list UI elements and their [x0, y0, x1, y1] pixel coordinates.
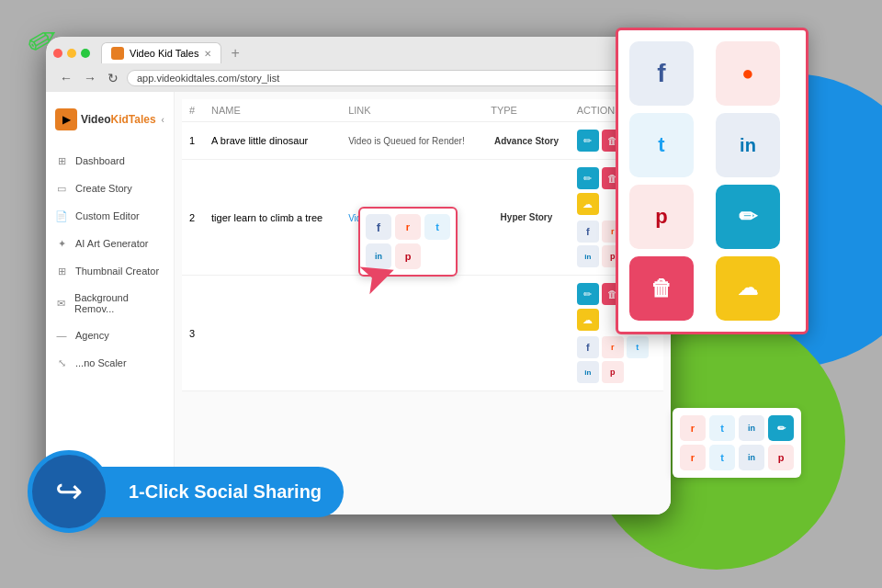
cta-icon: ↪: [55, 472, 83, 511]
sidebar-item-bg-remover[interactable]: ✉ Background Remov...: [46, 285, 174, 322]
col-name: NAME: [204, 99, 341, 122]
popup-twitter-button[interactable]: t: [424, 214, 450, 240]
row2-facebook-button[interactable]: f: [577, 220, 599, 243]
col-type: TYPE: [483, 99, 570, 122]
zoom-reddit-button[interactable]: ●: [716, 41, 780, 106]
extra-twitter-2[interactable]: t: [709, 445, 735, 470]
row2-edit-button[interactable]: ✏: [577, 167, 599, 189]
row2-name: tiger learn to climb a tree: [204, 160, 341, 276]
col-num: #: [182, 99, 204, 122]
row2-upload-button[interactable]: ☁: [577, 193, 599, 215]
sidebar-item-ai-art[interactable]: ✦ AI Art Generator: [46, 230, 174, 257]
row1-link: Video is Queued for Render!: [341, 122, 483, 160]
sidebar-item-create-story[interactable]: ▭ Create Story: [46, 175, 174, 202]
popup-facebook-button[interactable]: f: [366, 214, 391, 240]
minimize-traffic-light[interactable]: [67, 49, 76, 58]
zoom-twitter-button[interactable]: t: [629, 113, 694, 177]
sidebar-label-create-story: Create Story: [75, 183, 132, 194]
row3-type: [483, 276, 570, 391]
agency-icon: —: [55, 329, 68, 342]
create-story-icon: ▭: [55, 182, 68, 195]
sidebar-label-agency: Agency: [75, 330, 109, 341]
row3-pinterest-button[interactable]: p: [602, 361, 624, 383]
bg-remover-icon: ✉: [55, 297, 67, 310]
row1-type: Advance Story: [483, 122, 570, 160]
zoom-facebook-button[interactable]: f: [629, 41, 694, 106]
extra-edit-1[interactable]: ✏: [768, 415, 794, 441]
row3-name: [204, 276, 341, 391]
forward-button[interactable]: →: [81, 69, 99, 87]
row3-twitter-button[interactable]: t: [627, 336, 649, 358]
row1-num: 1: [182, 122, 204, 160]
table-row: 3 ✏ 🗑: [182, 276, 663, 391]
active-tab[interactable]: Video Kid Tales ✕: [101, 42, 221, 63]
dashboard-icon: ⊞: [55, 154, 68, 167]
cta-label[interactable]: 1-Click Social Sharing: [92, 467, 344, 517]
zoom-linkedin-button[interactable]: in: [716, 113, 780, 177]
sidebar-label-ai-art: AI Art Generator: [75, 238, 148, 249]
row3-linkedin-button[interactable]: in: [577, 361, 599, 383]
extra-pinterest-2[interactable]: p: [768, 445, 794, 470]
sidebar-label-scaler: ...no Scaler: [75, 357, 127, 368]
social-popup-zoom: f ● t in p ✏ 🗑 ☁: [616, 28, 808, 334]
back-button[interactable]: ←: [57, 69, 75, 87]
new-tab-button[interactable]: +: [225, 43, 244, 63]
extra-linkedin-2[interactable]: in: [739, 445, 764, 470]
tab-title: Video Kid Tales: [130, 48, 198, 59]
logo-icon: ▶: [55, 108, 77, 130]
scaler-icon: ⤡: [55, 356, 68, 369]
logo-area: ▶ VideoKidTales ‹: [46, 101, 174, 138]
ai-art-icon: ✦: [55, 237, 68, 250]
browser-mockup: Video Kid Tales ✕ + ← → ↻ app.videokidta…: [46, 37, 671, 514]
row2-num: 2: [182, 160, 204, 276]
cta-icon-circle[interactable]: ↪: [28, 450, 110, 533]
cta-banner: ↪ 1-Click Social Sharing: [28, 450, 344, 533]
extra-reddit-1[interactable]: r: [680, 415, 706, 441]
social-popup-zoom-grid: f ● t in p ✏ 🗑 ☁: [629, 41, 795, 321]
refresh-button[interactable]: ↻: [105, 69, 121, 87]
logo-tales: Tales: [129, 113, 156, 126]
extra-social-grid-top: r t in ✏: [680, 415, 794, 441]
table-row: 1 A brave little dinosaur Video is Queue…: [182, 122, 663, 160]
row3-facebook-button[interactable]: f: [577, 336, 599, 358]
col-link: LINK: [341, 99, 483, 122]
zoom-upload-button[interactable]: ☁: [716, 256, 780, 321]
thumbnail-icon: ⊞: [55, 265, 68, 277]
row3-num: 3: [182, 276, 204, 391]
sidebar-item-scaler[interactable]: ⤡ ...no Scaler: [46, 349, 174, 377]
row1-edit-button[interactable]: ✏: [577, 130, 599, 152]
zoom-delete-button[interactable]: 🗑: [629, 256, 694, 321]
tab-close-button[interactable]: ✕: [204, 49, 211, 59]
row3-link: [341, 276, 483, 391]
row2-linkedin-button[interactable]: in: [577, 245, 599, 267]
extra-social-grid-bottom: r t in p: [680, 445, 794, 470]
sidebar-item-agency[interactable]: — Agency: [46, 322, 174, 349]
maximize-traffic-light[interactable]: [81, 49, 90, 58]
zoom-pinterest-button[interactable]: p: [629, 185, 694, 249]
address-bar: ← → ↻ app.videokidtales.com/story_list: [53, 67, 663, 89]
url-input[interactable]: app.videokidtales.com/story_list: [127, 70, 660, 86]
sidebar-label-dashboard: Dashboard: [75, 155, 125, 166]
row2-type: Hyper Story: [483, 160, 570, 276]
sidebar-label-bg-remover: Background Remov...: [74, 292, 164, 314]
custom-editor-icon: 📄: [55, 209, 68, 222]
extra-reddit-2[interactable]: r: [680, 445, 706, 470]
row3-upload-button[interactable]: ☁: [577, 309, 599, 331]
row1-name: A brave little dinosaur: [204, 122, 341, 160]
logo-video: Video: [81, 113, 110, 126]
sidebar-label-custom-editor: Custom Editor: [75, 210, 140, 221]
sidebar-label-thumbnail: Thumbnail Creator: [75, 266, 159, 277]
row3-reddit-button[interactable]: r: [602, 336, 624, 358]
popup-pinterest-button[interactable]: p: [395, 243, 421, 269]
sidebar-item-dashboard[interactable]: ⊞ Dashboard: [46, 147, 174, 175]
sidebar-item-custom-editor[interactable]: 📄 Custom Editor: [46, 202, 174, 230]
extra-twitter-1[interactable]: t: [709, 415, 735, 441]
extra-linkedin-1[interactable]: in: [739, 415, 764, 441]
sidebar-toggle[interactable]: ‹: [162, 115, 164, 125]
zoom-edit-button[interactable]: ✏: [716, 185, 780, 249]
browser-chrome: Video Kid Tales ✕ + ← → ↻ app.videokidta…: [46, 37, 671, 92]
row3-edit-button[interactable]: ✏: [577, 283, 599, 305]
sidebar-item-thumbnail[interactable]: ⊞ Thumbnail Creator: [46, 257, 174, 285]
logo-text: VideoKidTales: [81, 113, 156, 126]
popup-reddit-button[interactable]: r: [395, 214, 421, 240]
